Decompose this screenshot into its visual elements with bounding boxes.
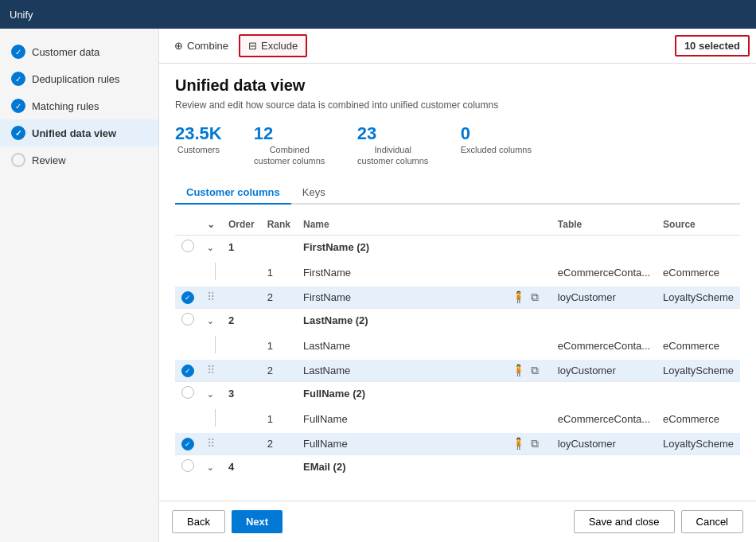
toolbar: ⊕ Combine ⊟ Exclude 10 selected xyxy=(159,29,756,64)
toolbar-right: 10 selected xyxy=(675,35,750,57)
exclude-label: Exclude xyxy=(261,40,298,52)
row-check-lastname2[interactable] xyxy=(181,365,194,377)
table-row: ⌄ 3 FullName (2) xyxy=(175,381,740,405)
toolbar-actions: ⊕ Combine ⊟ Exclude xyxy=(166,34,307,57)
copy-icon[interactable]: ⧉ xyxy=(531,437,539,450)
table-row: ⠿ 2 FullName 🧍 ⧉ loyCustomer LoyaltySche… xyxy=(175,433,740,455)
page-content: Unified data view Review and edit how so… xyxy=(159,64,756,501)
firstname-group-icons xyxy=(504,235,551,259)
lastname1-check-empty xyxy=(175,332,201,360)
stat-customers: 23.5K Customers xyxy=(175,123,222,167)
row-check-email-group[interactable] xyxy=(181,459,194,472)
email-group-name: EMail (2) xyxy=(297,454,504,478)
firstname-group-order: 1 xyxy=(222,235,261,259)
person-icon[interactable]: 🧍 xyxy=(512,290,525,303)
person-icon[interactable]: 🧍 xyxy=(512,364,525,376)
copy-icon[interactable]: ⧉ xyxy=(531,364,539,376)
sidebar-item-customer-data[interactable]: Customer data xyxy=(0,38,158,65)
fullname1-table: eCommerceContа... xyxy=(551,405,657,433)
content-area: ⊕ Combine ⊟ Exclude 10 selected Unified … xyxy=(159,29,756,542)
person-icon[interactable]: 🧍 xyxy=(512,437,525,450)
stat-customers-label: Customers xyxy=(175,144,222,155)
fullname2-icons: 🧍 ⧉ xyxy=(504,433,551,455)
sidebar-item-deduplication-rules[interactable]: Deduplication rules xyxy=(0,65,158,92)
firstname1-check-empty xyxy=(175,259,201,287)
combine-button[interactable]: ⊕ Combine xyxy=(166,35,237,57)
stat-excluded: 0 Excluded columns xyxy=(461,123,532,167)
tab-customer-columns[interactable]: Customer columns xyxy=(175,181,291,205)
sidebar-label-matching: Matching rules xyxy=(32,100,99,112)
tab-keys[interactable]: Keys xyxy=(291,181,337,205)
table-row: ⠿ 2 FirstName 🧍 ⧉ loyCustomer LoyaltySch… xyxy=(175,287,740,309)
firstname1-icons xyxy=(504,259,551,287)
drag-handle-icon[interactable]: ⠿ xyxy=(207,437,215,450)
footer: Back Next Save and close Cancel xyxy=(159,501,756,542)
row-check-lastname-group[interactable] xyxy=(181,313,194,326)
lastname1-table: eCommerceContа... xyxy=(551,332,657,360)
firstname1-source: eCommerce xyxy=(657,259,740,287)
fullname2-name: FullName xyxy=(297,433,504,455)
sidebar-item-review[interactable]: Review xyxy=(0,146,158,174)
lastname1-name: LastName xyxy=(297,332,504,360)
chevron-down-icon[interactable]: ⌄ xyxy=(207,390,213,399)
page-subtitle: Review and edit how source data is combi… xyxy=(175,99,740,111)
fullname1-chevron-empty xyxy=(201,405,222,433)
sidebar-check-deduplication xyxy=(11,72,25,86)
chevron-down-icon[interactable]: ⌄ xyxy=(207,463,213,472)
firstname1-rank: 1 xyxy=(261,259,297,287)
selected-badge: 10 selected xyxy=(675,35,750,57)
save-and-close-button[interactable]: Save and close xyxy=(574,510,675,533)
row-check-fullname2[interactable] xyxy=(181,438,194,450)
fullname1-source: eCommerce xyxy=(657,405,740,433)
page-title: Unified data view xyxy=(175,76,740,95)
tabs: Customer columns Keys xyxy=(175,181,740,205)
fullname1-rank: 1 xyxy=(261,405,297,433)
lastname2-rank: 2 xyxy=(261,360,297,382)
firstname2-table: loyCustomer xyxy=(551,287,657,309)
row-check-fullname-group[interactable] xyxy=(181,386,194,399)
fullname1-order xyxy=(222,405,261,433)
email-group-table xyxy=(551,454,657,478)
table-row: ⌄ 1 FirstName (2) xyxy=(175,235,740,259)
lastname-group-order: 2 xyxy=(222,308,261,332)
table-row: ⠿ 2 LastName 🧍 ⧉ loyCustomer LoyaltySche… xyxy=(175,360,740,382)
col-header-source: Source xyxy=(657,214,740,236)
fullname2-order xyxy=(222,433,261,455)
stats-row: 23.5K Customers 12 Combined customer col… xyxy=(175,123,740,167)
next-button[interactable]: Next xyxy=(232,510,283,533)
footer-left: Back Next xyxy=(172,510,283,533)
firstname2-source: LoyaltyScheme xyxy=(657,287,740,309)
row-check-firstname2[interactable] xyxy=(181,291,194,304)
cancel-button[interactable]: Cancel xyxy=(681,510,743,533)
back-button[interactable]: Back xyxy=(172,510,225,533)
col-header-check xyxy=(175,214,201,236)
exclude-button[interactable]: ⊟ Exclude xyxy=(239,34,307,57)
sidebar-item-matching-rules[interactable]: Matching rules xyxy=(0,92,158,119)
lastname-group-source xyxy=(657,308,740,332)
fullname1-name: FullName xyxy=(297,405,504,433)
lastname1-icons xyxy=(504,332,551,360)
table-row: 1 FullName eCommerceContа... eCommerce xyxy=(175,405,740,433)
fullname2-source: LoyaltyScheme xyxy=(657,433,740,455)
fullname1-icons xyxy=(504,405,551,433)
lastname2-icons: 🧍 ⧉ xyxy=(504,360,551,382)
copy-icon[interactable]: ⧉ xyxy=(531,290,539,303)
fullname2-table: loyCustomer xyxy=(551,433,657,455)
drag-handle-icon[interactable]: ⠿ xyxy=(207,290,215,303)
stat-combined: 12 Combined customer columns xyxy=(254,123,325,167)
app-title: Unify xyxy=(10,9,33,21)
combine-label: Combine xyxy=(187,40,228,52)
data-table: ⌄ Order Rank Name Table Source ⌄ xyxy=(175,214,740,478)
sidebar-item-unified-data-view[interactable]: Unified data view xyxy=(0,119,158,146)
drag-handle-icon[interactable]: ⠿ xyxy=(207,364,215,376)
row-check-firstname-group[interactable] xyxy=(181,240,194,252)
lastname-group-rank-empty xyxy=(261,308,297,332)
col-header-actions xyxy=(504,214,551,236)
top-bar: Unify xyxy=(0,0,756,29)
stat-individual-label: Individual customer columns xyxy=(357,144,429,167)
sidebar-label-unified: Unified data view xyxy=(32,127,116,139)
firstname-group-table xyxy=(551,235,657,259)
chevron-down-icon[interactable]: ⌄ xyxy=(207,244,213,252)
chevron-down-icon[interactable]: ⌄ xyxy=(207,317,213,326)
sidebar-label-customer-data: Customer data xyxy=(32,46,99,58)
